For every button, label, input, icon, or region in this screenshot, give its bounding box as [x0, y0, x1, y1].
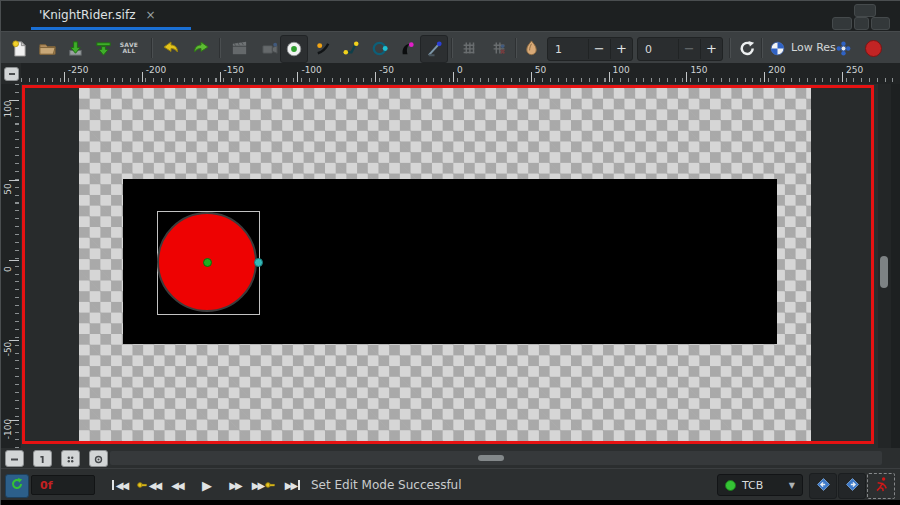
save-all-button[interactable]: SAVE ALL: [117, 36, 141, 60]
vertical-ruler[interactable]: 100500-50-100: [1, 84, 21, 448]
ruler-major-tick: [609, 72, 610, 82]
onion-future-increase-button[interactable]: +: [700, 39, 722, 59]
redo-button[interactable]: [189, 36, 213, 60]
ruler-label: -200: [146, 65, 166, 75]
time-slider[interactable]: [110, 451, 882, 465]
close-icon[interactable]: ×: [145, 8, 155, 22]
onion-future-spinner: 0 − +: [637, 37, 723, 61]
dock-handle-icon[interactable]: [871, 17, 890, 30]
undo-button[interactable]: [159, 36, 183, 60]
toolbar-separator: [761, 38, 763, 58]
onion-future-decrease-button[interactable]: −: [678, 39, 700, 59]
ruler-major-tick: [453, 72, 454, 82]
onion-skin-button[interactable]: [519, 36, 543, 60]
ruler-major-tick: [531, 72, 532, 82]
canvas-workarea[interactable]: [21, 84, 878, 448]
ruler-corner: [1, 63, 21, 84]
dock-handle-icon[interactable]: [832, 17, 852, 30]
target-icon: [94, 449, 103, 468]
save-button[interactable]: [63, 36, 87, 60]
future-keyframe-lock-button[interactable]: [838, 473, 866, 499]
ruler-major-tick: [764, 72, 765, 82]
interpolation-constant-icon: [398, 39, 417, 58]
timetrack-minus-button[interactable]: [5, 450, 24, 467]
snap-grid-button[interactable]: [487, 36, 511, 60]
timetrack-bar: [1, 448, 900, 468]
onion-past-increase-button[interactable]: +: [610, 39, 632, 59]
ruler-label: -150: [224, 65, 244, 75]
interpolation-clamped-button[interactable]: [339, 36, 363, 60]
seek-end-button[interactable]: ▶▶: [279, 474, 307, 496]
seek-begin-button[interactable]: ◀◀: [105, 474, 133, 496]
redo-icon: [191, 38, 211, 58]
clapperboard-icon: [230, 39, 249, 58]
default-interpolation-select[interactable]: TCB ▼: [717, 474, 803, 496]
interpolation-value: TCB: [742, 479, 783, 492]
onion-past-value[interactable]: 1: [548, 43, 588, 56]
new-file-button[interactable]: [7, 36, 31, 60]
radius-handle[interactable]: [254, 258, 263, 267]
onion-future-value[interactable]: 0: [638, 43, 678, 56]
seek-next-keyframe-button[interactable]: ▶▶: [250, 474, 278, 496]
tcb-dot-icon: [725, 480, 736, 491]
refresh-button[interactable]: [735, 36, 759, 60]
past-keyframe-lock-button[interactable]: [809, 473, 837, 499]
vertical-scrollbar-thumb[interactable]: [880, 256, 888, 288]
jack-sync-button[interactable]: [5, 474, 29, 498]
save-as-button[interactable]: [91, 36, 115, 60]
toolbar-separator: [515, 38, 517, 58]
toolbar-separator: [451, 38, 453, 58]
animate-record-button[interactable]: [280, 35, 308, 63]
grid-snap-icon: [490, 39, 508, 57]
low-res-settings-button[interactable]: [831, 36, 855, 60]
transport-bar: 0f Set Edit Mode Successful TCB ▼ ◀◀◀◀◀◀…: [1, 468, 900, 501]
onion-icon: [522, 39, 541, 58]
interpolation-tcb-button[interactable]: [367, 36, 391, 60]
record-icon: [865, 40, 882, 57]
animate-mode-button[interactable]: [867, 473, 895, 499]
crosshair-button[interactable]: [89, 450, 108, 467]
vertical-scrollbar[interactable]: [878, 84, 891, 448]
ruler-label: 50: [535, 65, 546, 75]
ruler-label: -50: [379, 65, 394, 75]
ruler-label: -50: [3, 334, 13, 364]
synfig-window: 'KnightRider.sifz × SAVE ALL: [0, 0, 900, 505]
interpolation-tcb-icon: [370, 39, 389, 58]
background-render-button[interactable]: [765, 36, 789, 60]
render-button[interactable]: [227, 36, 251, 60]
onion-past-decrease-button[interactable]: −: [588, 39, 610, 59]
ruler-label: -250: [68, 65, 88, 75]
onion-future-button[interactable]: [61, 450, 80, 467]
play-button[interactable]: ▶: [192, 474, 220, 496]
running-man-icon: [873, 476, 890, 497]
origin-handle[interactable]: [203, 258, 212, 267]
save-as-icon: [94, 39, 113, 58]
canvas-frame-border: [22, 85, 874, 444]
preview-button[interactable]: [257, 36, 281, 60]
render-preview-button[interactable]: [861, 36, 885, 60]
interpolation-ease-button[interactable]: [311, 36, 335, 60]
ruler-minor-ticks: [21, 78, 900, 82]
show-grid-button[interactable]: [457, 36, 481, 60]
next-frame-button[interactable]: ▶▶: [221, 474, 249, 496]
status-message: Set Edit Mode Successful: [311, 478, 462, 492]
current-time-field[interactable]: 0f: [31, 475, 95, 495]
interpolation-linear-button[interactable]: [420, 35, 448, 63]
active-tab-indicator: [31, 27, 191, 30]
interpolation-constant-button[interactable]: [395, 36, 419, 60]
dock-handle-icon[interactable]: [854, 4, 876, 17]
canvas-row: [21, 84, 900, 448]
prev-frame-button[interactable]: ◀◀: [163, 474, 191, 496]
ruler-major-tick: [297, 72, 298, 82]
document-tab[interactable]: 'KnightRider.sifz ×: [29, 1, 166, 28]
onion-past-button[interactable]: [33, 450, 52, 467]
ruler-corner-button[interactable]: [4, 67, 19, 81]
dock-handle-icon[interactable]: [854, 17, 869, 30]
time-slider-thumb[interactable]: [478, 455, 504, 461]
seek-prev-keyframe-button[interactable]: ◀◀: [134, 474, 162, 496]
jack-sync-icon: [9, 476, 25, 496]
save-icon: [66, 39, 85, 58]
ruler-major-tick: [686, 72, 687, 82]
horizontal-ruler[interactable]: -250-200-150-100-50050100150200250: [21, 63, 900, 84]
open-file-button[interactable]: [35, 36, 59, 60]
